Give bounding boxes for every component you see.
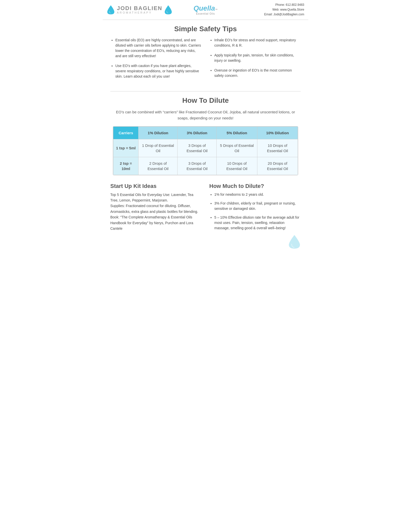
quella-sub: Essential Oils [193, 12, 218, 15]
row1-label: 1 tsp = 5ml [113, 139, 139, 157]
th-5pct: 5% Dilution [217, 126, 257, 139]
quella-tm: ™ [215, 8, 218, 11]
main-content: Simple Safety Tips Essential oils (EO) a… [103, 20, 308, 254]
dilution-table-wrapper: Carriers 1% Dilution 3% Dilution 5% Dilu… [113, 126, 298, 175]
safety-tips-container: Essential oils (EO) are highly concentra… [110, 38, 301, 84]
howmuch-title: How Much to Dilute? [209, 183, 301, 189]
deco-drop-icon [288, 234, 301, 249]
row1-1pct: 1 Drop of Essential Oil [139, 139, 178, 157]
safety-list-left: Essential oils (EO) are highly concentra… [110, 38, 202, 79]
phone-text: Phone: 612.802.9483 [238, 3, 304, 7]
dilute-intro: EO’s can be combined with “carriers” lik… [110, 109, 301, 121]
safety-item-1: Essential oils (EO) are highly concentra… [115, 38, 202, 59]
contact-info: Phone: 612.802.9483 Web: www.Quella.Stor… [238, 3, 304, 17]
safety-item-2: Use EO's with caution if you have plant … [115, 63, 202, 79]
th-3pct: 3% Dilution [178, 126, 217, 139]
dilution-table: Carriers 1% Dilution 3% Dilution 5% Dilu… [113, 126, 298, 175]
how-much-section: How Much to Dilute? 1% for newborns to 2… [209, 183, 301, 249]
safety-col-left: Essential oils (EO) are highly concentra… [110, 38, 202, 84]
brand-name-block: JODI BAGLIEN AROMATHERAPY [117, 6, 162, 14]
row2-label: 2 tsp = 10ml [113, 157, 139, 175]
bottom-section: Start Up Kit Ideas Top 5 Essential Oils … [110, 183, 301, 249]
th-1pct: 1% Dilution [139, 126, 178, 139]
quella-name: Quella [193, 4, 215, 12]
brand-name: JODI BAGLIEN [117, 6, 162, 11]
quella-logo-block: Quella ™ Essential Oils [173, 4, 238, 15]
howmuch-item-1: 1% for newborns to 2 years old. [214, 192, 301, 197]
quella-logo: Quella ™ Essential Oils [193, 4, 218, 15]
table-row-2tsp: 2 tsp = 10ml 2 Drops of Essential Oil 3 … [113, 157, 298, 175]
startup-title: Start Up Kit Ideas [110, 183, 202, 189]
brand-sub: AROMATHERAPY [117, 11, 162, 14]
row2-5pct: 10 Drops of Essential Oil [217, 157, 257, 175]
row1-3pct: 3 Drops of Essential Oil [178, 139, 217, 157]
howmuch-item-2: 3% For children, elderly or frail, pregn… [214, 201, 301, 211]
row1-5pct: 5 Drops of Essential Oil [217, 139, 257, 157]
safety-item-3: Inhale EO's for stress and mood support,… [214, 38, 301, 48]
safety-item-4: Apply topically for pain, tension, for s… [214, 53, 301, 63]
th-carriers: Carriers [113, 126, 139, 139]
row1-10pct: 10 Drops of Essential Oil [257, 139, 298, 157]
row2-3pct: 3 Drops of Essential Oil [178, 157, 217, 175]
table-row-1tsp: 1 tsp = 5ml 1 Drop of Essential Oil 3 Dr… [113, 139, 298, 157]
drop-icon-right-brand [164, 5, 172, 15]
safety-title: Simple Safety Tips [110, 25, 301, 33]
dilute-section: How To Dilute EO’s can be combined with … [110, 96, 301, 175]
decorative-drop [209, 234, 301, 249]
table-header-row: Carriers 1% Dilution 3% Dilution 5% Dilu… [113, 126, 298, 139]
dilute-title: How To Dilute [110, 96, 301, 105]
drop-icon-left [107, 5, 115, 15]
safety-list-right: Inhale EO's for stress and mood support,… [209, 38, 301, 78]
row2-1pct: 2 Drops of Essential Oil [139, 157, 178, 175]
startup-kit: Start Up Kit Ideas Top 5 Essential Oils … [110, 183, 202, 249]
section-divider [110, 91, 301, 91]
header: JODI BAGLIEN AROMATHERAPY Quella ™ Essen… [103, 0, 308, 20]
startup-text: Top 5 Essential Oils for Everyday Use: L… [110, 192, 202, 231]
email-text: Email: Jodi@JodiBaglien.com [238, 12, 304, 17]
safety-col-right: Inhale EO's for stress and mood support,… [209, 38, 301, 84]
howmuch-list: 1% for newborns to 2 years old. 3% For c… [209, 192, 301, 231]
logo-left: JODI BAGLIEN AROMATHERAPY [107, 5, 173, 15]
web-text: Web: www.Quella.Store [238, 7, 304, 12]
safety-item-5: Overuse or ingestion of EO's is the most… [214, 68, 301, 78]
row2-10pct: 20 Drops of Essential Oil [257, 157, 298, 175]
howmuch-item-3: 5 – 10% Effective dilution rate for the … [214, 215, 301, 231]
th-10pct: 10% Dilution [257, 126, 298, 139]
